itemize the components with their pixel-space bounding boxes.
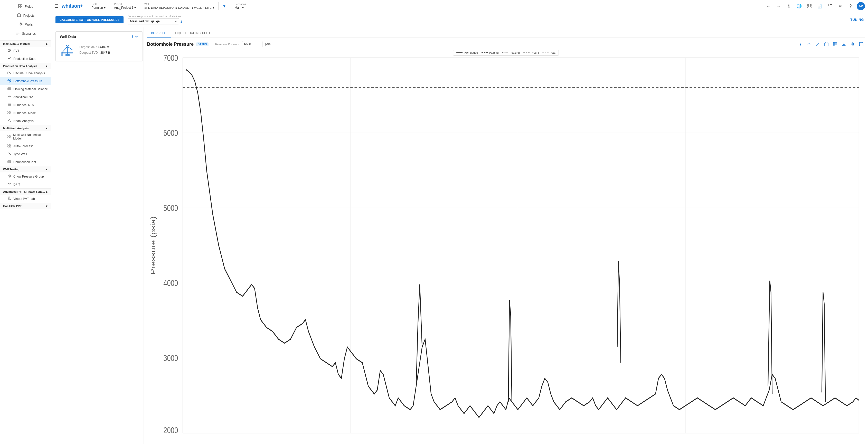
scenarios-selector[interactable]: Main ▾ — [235, 6, 246, 9]
back-button[interactable]: ← — [764, 2, 772, 10]
svg-rect-18 — [8, 111, 9, 112]
svg-rect-24 — [9, 135, 11, 136]
chart-line-tool-icon[interactable] — [814, 40, 821, 48]
svg-line-50 — [816, 43, 819, 46]
svg-rect-63 — [860, 42, 863, 46]
project-dropdown-icon: ▾ — [134, 6, 136, 9]
bhp-dropdown[interactable]: Measured pwf, gauge ▾ — [128, 18, 179, 24]
well-data-info-icon[interactable]: ℹ — [132, 35, 133, 39]
section-multi-well[interactable]: Multi-Well Analysis ▲ — [0, 125, 51, 131]
sidebar-item-comparison-plot[interactable]: Comparison Plot — [0, 158, 51, 166]
forward-button[interactable]: → — [775, 2, 783, 10]
svg-rect-1 — [21, 4, 22, 6]
field-selector[interactable]: Permian ▾ — [91, 6, 105, 9]
calculate-bottomhole-pressures-button[interactable]: CALCULATE BOTTOMHOLE PRESSURES — [56, 16, 124, 23]
svg-text:3000: 3000 — [163, 353, 178, 363]
section-multi-well-label: Multi-Well Analysis — [3, 127, 29, 130]
svg-rect-42 — [810, 7, 811, 8]
svg-marker-22 — [8, 119, 11, 122]
sidebar-label-production-data: Production Data — [13, 57, 35, 61]
svg-rect-27 — [8, 144, 9, 145]
sidebar-item-projects[interactable]: Projects — [13, 11, 37, 20]
project-selector[interactable]: Ana_Project 1 ▾ — [114, 6, 136, 9]
scenarios-label: Scenarios — [235, 3, 246, 6]
section-gas-eor[interactable]: Gas EOR PVT ▼ — [0, 203, 51, 209]
sidebar-item-production-data[interactable]: Production Data — [0, 55, 51, 63]
chart-calendar-icon[interactable] — [823, 40, 830, 48]
sidebar-item-bottomhole-pressure[interactable]: Bottomhole Pressure — [0, 77, 51, 85]
bhp-chart-header: Bottomhole Pressure DATES Reservoir Pres… — [147, 40, 865, 48]
sidebar-item-type-well[interactable]: Type Well — [0, 150, 51, 158]
svg-rect-25 — [8, 137, 9, 138]
info-button[interactable]: ℹ — [785, 2, 793, 10]
chevron-up-icon-4: ▲ — [45, 168, 48, 171]
well-pump-icon — [60, 42, 75, 58]
well-selector[interactable]: SPE-DATA-REPOSITORY-DATASET-1-WELL-4-KIT… — [144, 6, 214, 9]
sidebar-label-projects: Projects — [23, 14, 34, 18]
sidebar-item-scenarios[interactable]: Scenarios — [12, 29, 39, 38]
brand-name: whitson — [62, 3, 80, 9]
temperature-icon[interactable]: °F — [826, 2, 834, 10]
legend-line-dash-presi — [523, 52, 530, 53]
sidebar-item-multi-well-numerical[interactable]: Multi-well Numerical Model — [0, 131, 51, 142]
well-data-edit-icon[interactable]: ✏ — [135, 35, 138, 39]
document-icon[interactable]: 📄 — [816, 2, 824, 10]
hamburger-icon[interactable]: ☰ — [55, 3, 59, 9]
tab-liquid-loading[interactable]: LIQUID LOADING PLOT — [171, 29, 215, 37]
svg-rect-0 — [19, 4, 20, 6]
edit-icon[interactable]: ✏ — [836, 2, 844, 10]
svg-rect-39 — [808, 4, 809, 6]
divider-5 — [230, 2, 230, 10]
sidebar-item-chow-pressure-group[interactable]: Chow Pressure Group — [0, 172, 51, 180]
dates-badge[interactable]: DATES — [196, 42, 209, 46]
svg-rect-3 — [21, 6, 22, 8]
sidebar-item-flowing-material-balance[interactable]: Flowing Material Balance — [0, 85, 51, 93]
chart-data-table-icon[interactable] — [832, 40, 839, 48]
reservoir-pressure-input[interactable] — [242, 41, 262, 47]
bhp-info-icon[interactable]: ℹ — [181, 19, 182, 23]
field-label: Field — [91, 3, 105, 6]
section-well-testing[interactable]: Well Testing ▲ — [0, 166, 51, 172]
svg-rect-49 — [61, 52, 63, 56]
chart-download-icon[interactable] — [840, 40, 847, 48]
grid-icon[interactable] — [805, 2, 813, 10]
sidebar-item-dfit[interactable]: DFIT — [0, 180, 51, 188]
section-production-analysis[interactable]: Production Data Analysis ▲ — [0, 63, 51, 69]
sidebar-label-bottomhole-pressure: Bottomhole Pressure — [13, 80, 42, 83]
well-data-card: Well Data ℹ ✏ — [56, 31, 143, 61]
user-avatar[interactable]: AP — [857, 2, 865, 10]
bhp-chart-title: Bottomhole Pressure — [147, 41, 194, 47]
field-value: Permian — [91, 6, 103, 9]
sidebar-item-nodal-analysis[interactable]: Nodal Analysis — [0, 117, 51, 125]
chart-expand-icon[interactable] — [858, 40, 865, 48]
globe-icon[interactable]: 🌐 — [795, 2, 803, 10]
sidebar-item-decline-curve[interactable]: Decline Curve Analysis — [0, 69, 51, 77]
help-icon[interactable]: ? — [846, 2, 855, 10]
sidebar-label-analytical-rta: Analytical RTA — [13, 95, 33, 99]
section-advanced-pvt[interactable]: Advanced PVT & Phase Beha... ▲ — [0, 188, 51, 195]
svg-rect-29 — [8, 146, 9, 147]
legend-line-dash-psat — [542, 52, 549, 53]
well-data-info: Largest MD : 14489 ft Deepest TVD : 8847… — [79, 45, 110, 56]
sidebar-item-numerical-rta[interactable]: Numerical RTA — [0, 101, 51, 109]
chart-zoom-icon[interactable] — [849, 40, 856, 48]
sidebar-item-fields[interactable]: Fields — [15, 2, 36, 11]
sidebar-item-numerical-model[interactable]: Numerical Model — [0, 109, 51, 117]
sidebar-item-auto-forecast[interactable]: Auto-Forecast — [0, 142, 51, 150]
sidebar-item-pvt[interactable]: PVT — [0, 47, 51, 55]
chart-info-icon[interactable]: ℹ — [797, 40, 804, 48]
chevron-up-icon-5: ▲ — [45, 190, 48, 193]
section-main-data[interactable]: Main Data & Models ▲ — [0, 40, 51, 47]
svg-rect-55 — [833, 42, 837, 46]
right-panel: BHP PLOT LIQUID LOADING PLOT Bottomhole … — [144, 27, 868, 444]
chart-zoom-reset-icon[interactable] — [805, 40, 812, 48]
deepest-tvd-value: 8847 ft — [100, 51, 110, 55]
sidebar-item-wells[interactable]: Wells — [16, 20, 36, 29]
tab-bhp-plot[interactable]: BHP PLOT — [147, 29, 171, 37]
tuning-link[interactable]: TUNING — [850, 18, 864, 22]
sidebar-item-virtual-pvt-lab[interactable]: Virtual PVT Lab — [0, 195, 51, 203]
filter-icon[interactable]: ▼ — [223, 4, 226, 8]
left-panel: Well Data ℹ ✏ — [51, 27, 144, 444]
section-main-data-label: Main Data & Models — [3, 42, 30, 45]
sidebar-item-analytical-rta[interactable]: Analytical RTA — [0, 93, 51, 101]
